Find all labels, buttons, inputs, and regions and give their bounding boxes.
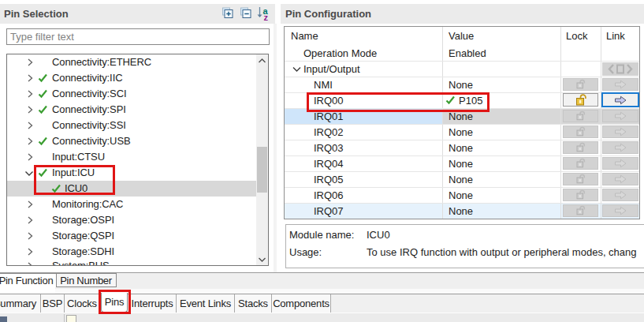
svg-text:z: z — [264, 13, 269, 21]
